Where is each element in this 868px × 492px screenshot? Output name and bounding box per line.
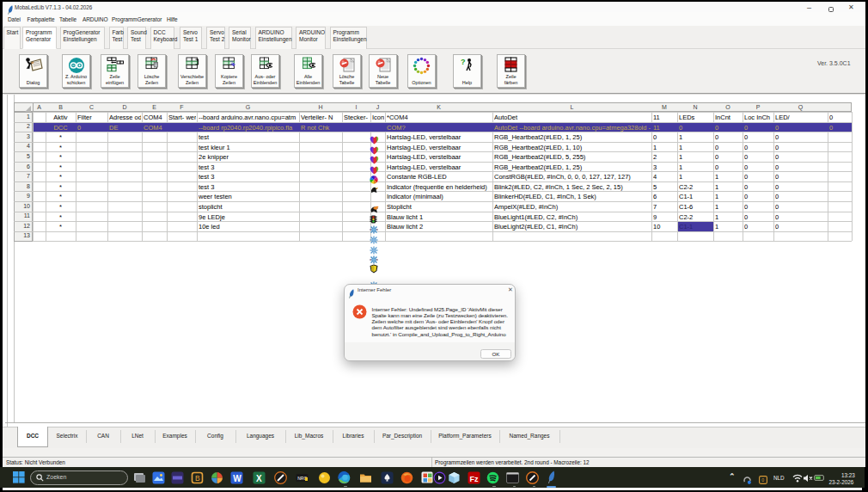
svg-text:X: X [256,474,262,483]
svg-text:B: B [195,474,200,483]
svg-text:0: 0 [761,477,764,483]
svg-text:?: ? [461,58,466,66]
svg-text:Fz: Fz [470,475,479,483]
svg-text:W: W [233,474,241,483]
